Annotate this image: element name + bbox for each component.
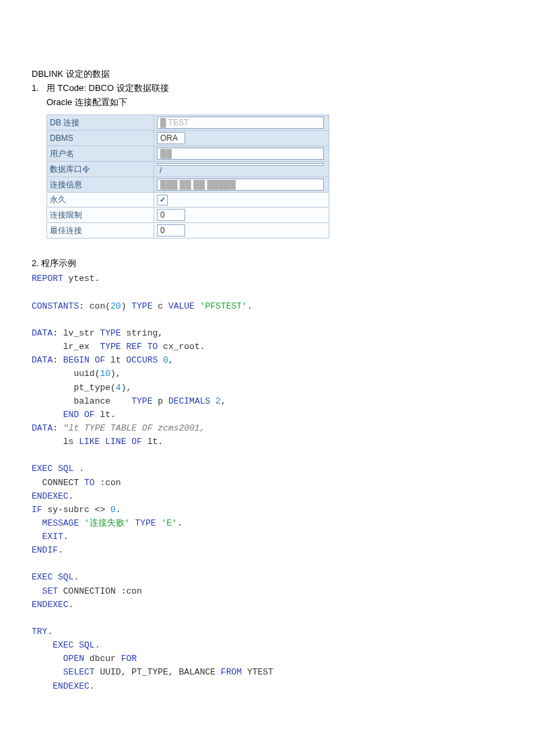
txt: :	[53, 423, 63, 433]
num: 4	[116, 383, 121, 393]
txt: .	[95, 640, 100, 650]
input-user[interactable]: ██	[157, 148, 324, 160]
txt: )	[121, 301, 132, 311]
txt	[32, 654, 63, 664]
txt: YTEST	[242, 667, 273, 677]
txt	[32, 532, 42, 542]
input-opt-conn[interactable]: 0	[157, 224, 185, 237]
txt: lr_ex	[32, 342, 100, 352]
txt: .	[73, 464, 84, 474]
kw-type: TYPE	[100, 328, 121, 338]
step-1-subline: Oracle 连接配置如下	[32, 96, 502, 110]
txt	[195, 301, 200, 311]
title-line: DBLINK 设定的数据	[32, 67, 502, 82]
txt	[32, 586, 42, 596]
kw-decimals: DECIMALS	[168, 396, 210, 406]
kw-type: TYPE	[131, 301, 152, 311]
section2-prefix: 2.	[32, 258, 39, 268]
kw-to: TO	[147, 342, 158, 352]
kw-of: OF	[95, 355, 106, 365]
num: 10	[100, 369, 110, 379]
num: 2	[215, 396, 221, 406]
txt: .	[116, 505, 121, 515]
str: '连接失败'	[84, 518, 130, 528]
txt: ),	[121, 383, 132, 393]
section-2-title: 2. 程序示例	[32, 257, 502, 270]
txt: .	[58, 545, 63, 555]
txt: ,	[168, 355, 174, 365]
txt: cx_root.	[158, 342, 205, 352]
txt: .	[90, 681, 95, 691]
str: 'PFSTEST'	[200, 301, 247, 311]
txt	[158, 355, 163, 365]
txt: UUID, PT_TYPE, BALANCE	[95, 667, 221, 677]
kw-type: TYPE	[100, 342, 121, 352]
label-conninfo: 连接信息	[47, 177, 154, 193]
kw-exec: EXEC	[32, 572, 53, 582]
kw-ref: REF	[126, 342, 141, 352]
txt: sy-subrc <>	[42, 505, 110, 515]
txt: c	[152, 301, 168, 311]
txt	[32, 518, 42, 528]
kw-exec: EXEC	[53, 640, 73, 650]
txt	[32, 667, 63, 677]
txt: CONNECTION :con	[58, 586, 142, 596]
input-conn-limit[interactable]: 0	[157, 209, 185, 221]
kw-endexec: ENDEXEC	[53, 681, 90, 691]
txt	[53, 572, 58, 582]
txt	[32, 410, 63, 420]
kw-message: MESSAGE	[42, 518, 79, 528]
txt: string,	[121, 328, 163, 338]
txt	[90, 355, 95, 365]
kw-begin: BEGIN	[63, 355, 90, 365]
kw-from: FROM	[221, 667, 242, 677]
step1-prefix: 1.	[32, 83, 39, 93]
abap-code-block: REPORT ytest. CONSTANTS: con(20) TYPE c …	[32, 272, 502, 693]
txt: ,	[221, 396, 226, 406]
txt: .	[69, 491, 74, 501]
kw-open: OPEN	[63, 654, 84, 664]
num: 20	[110, 301, 121, 311]
kw-for: FOR	[121, 654, 137, 664]
kw-occurs: OCCURS	[126, 355, 158, 365]
kw-exec: EXEC	[32, 464, 53, 474]
kw-report: REPORT	[32, 274, 63, 284]
txt	[79, 518, 84, 528]
kw-exit: EXIT	[42, 532, 63, 542]
kw-endexec: ENDEXEC	[32, 491, 69, 501]
kw-set: SET	[42, 586, 58, 596]
kw-sql: SQL	[58, 572, 73, 582]
txt: .	[69, 600, 74, 610]
num: 0	[110, 505, 116, 515]
input-dbms[interactable]: ORA	[157, 132, 185, 144]
kw-of: OF	[131, 437, 142, 447]
input-password[interactable]	[157, 163, 324, 166]
txt: pt_type(	[32, 383, 116, 393]
step-1-line: 1. 用 TCode: DBCO 设定数据联接	[32, 82, 502, 96]
label-password: 数据库口令	[47, 162, 154, 177]
txt: .	[177, 518, 182, 528]
txt: : con(	[79, 301, 110, 311]
label-db-conn: DB 连接	[47, 115, 154, 131]
kw-try: TRY	[32, 627, 47, 637]
label-conn-limit: 连接限制	[47, 208, 154, 223]
txt: ytest.	[63, 274, 100, 284]
txt: lt.	[95, 410, 116, 420]
kw-like: LIKE	[79, 437, 100, 447]
txt: :	[53, 355, 63, 365]
txt	[210, 396, 215, 406]
section2-title-text: 程序示例	[41, 258, 76, 268]
kw-endif: ENDIF	[32, 545, 58, 555]
kw-data: DATA	[32, 328, 53, 338]
txt: ),	[110, 369, 121, 379]
sap-dbco-form: DB 连接 █ TEST DBMS ORA 用户名 ██ 数据库口令 / 连接信…	[46, 115, 329, 239]
input-conninfo[interactable]: ███ ██ ██ █████	[157, 179, 324, 191]
input-db-conn[interactable]: █ TEST	[157, 117, 324, 129]
txt: dbcur	[84, 654, 121, 664]
kw-constants: CONSTANTS	[32, 301, 79, 311]
password-trail: /	[157, 166, 162, 175]
checkbox-permanent[interactable]: ✓	[157, 195, 168, 206]
label-user: 用户名	[47, 146, 154, 162]
txt: CONNECT	[32, 478, 84, 488]
txt	[142, 342, 147, 352]
